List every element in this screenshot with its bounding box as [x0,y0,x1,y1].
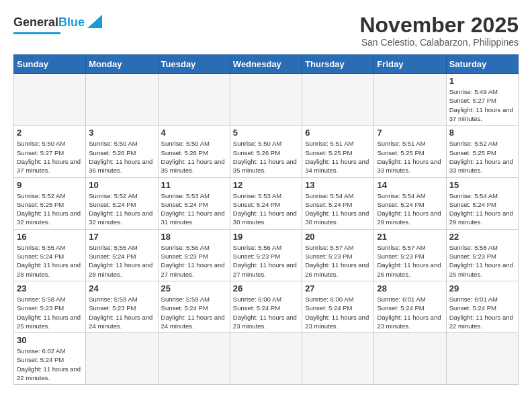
day-number: 19 [233,232,299,242]
day-info: Sunrise: 5:54 AMSunset: 5:24 PMDaylight:… [305,191,371,227]
day-number: 8 [449,128,515,138]
calendar-day-cell [230,333,302,385]
day-number: 6 [305,128,371,138]
calendar-day-cell [86,74,158,126]
day-info: Sunrise: 5:52 AMSunset: 5:24 PMDaylight:… [89,191,154,227]
day-info: Sunrise: 5:58 AMSunset: 5:23 PMDaylight:… [17,295,83,330]
day-number: 27 [305,283,371,293]
weekday-header: Saturday [446,55,518,74]
calendar-day-cell [302,333,374,385]
day-info: Sunrise: 5:50 AMSunset: 5:26 PMDaylight:… [233,139,299,175]
day-info: Sunrise: 5:59 AMSunset: 5:24 PMDaylight:… [161,295,227,330]
day-info: Sunrise: 5:52 AMSunset: 5:25 PMDaylight:… [449,139,515,175]
day-info: Sunrise: 6:01 AMSunset: 5:24 PMDaylight:… [377,295,443,330]
day-number: 4 [161,128,227,138]
calendar-week-row: 16Sunrise: 5:55 AMSunset: 5:24 PMDayligh… [14,229,519,281]
calendar-day-cell: 29Sunrise: 6:01 AMSunset: 5:24 PMDayligh… [446,281,518,332]
calendar-day-cell: 30Sunrise: 6:02 AMSunset: 5:24 PMDayligh… [14,333,86,385]
calendar-day-cell: 13Sunrise: 5:54 AMSunset: 5:24 PMDayligh… [302,177,374,229]
day-info: Sunrise: 5:52 AMSunset: 5:25 PMDaylight:… [17,191,83,227]
day-number: 30 [17,335,83,345]
day-number: 20 [305,232,371,242]
calendar-day-cell [230,74,302,126]
calendar-day-cell: 7Sunrise: 5:51 AMSunset: 5:25 PMDaylight… [374,126,446,177]
calendar-week-row: 2Sunrise: 5:50 AMSunset: 5:27 PMDaylight… [14,126,519,177]
calendar-day-cell: 19Sunrise: 5:56 AMSunset: 5:23 PMDayligh… [230,229,302,281]
calendar-day-cell: 28Sunrise: 6:01 AMSunset: 5:24 PMDayligh… [374,281,446,332]
weekday-header: Wednesday [230,55,302,74]
calendar-day-cell [374,333,446,385]
weekday-header: Friday [374,55,446,74]
calendar-day-cell [14,74,86,126]
day-number: 11 [161,180,227,190]
logo: GeneralBlue [13,13,102,34]
calendar-day-cell: 10Sunrise: 5:52 AMSunset: 5:24 PMDayligh… [86,177,158,229]
day-number: 15 [449,180,515,190]
day-number: 5 [233,128,299,138]
svg-marker-0 [87,15,102,28]
day-info: Sunrise: 5:57 AMSunset: 5:23 PMDaylight:… [305,243,371,279]
day-info: Sunrise: 5:58 AMSunset: 5:23 PMDaylight:… [449,243,515,279]
logo-icon [87,15,102,28]
calendar-day-cell: 12Sunrise: 5:53 AMSunset: 5:24 PMDayligh… [230,177,302,229]
calendar-day-cell: 8Sunrise: 5:52 AMSunset: 5:25 PMDaylight… [446,126,518,177]
calendar-day-cell [446,333,518,385]
day-info: Sunrise: 6:00 AMSunset: 5:24 PMDaylight:… [305,295,371,330]
day-number: 17 [89,232,154,242]
day-info: Sunrise: 5:55 AMSunset: 5:24 PMDaylight:… [89,243,154,279]
calendar-day-cell: 5Sunrise: 5:50 AMSunset: 5:26 PMDaylight… [230,126,302,177]
day-info: Sunrise: 5:51 AMSunset: 5:25 PMDaylight:… [305,139,371,175]
calendar-week-row: 23Sunrise: 5:58 AMSunset: 5:23 PMDayligh… [14,281,519,332]
day-number: 2 [17,128,83,138]
calendar-day-cell: 3Sunrise: 5:50 AMSunset: 5:26 PMDaylight… [86,126,158,177]
calendar-day-cell: 6Sunrise: 5:51 AMSunset: 5:25 PMDaylight… [302,126,374,177]
day-number: 21 [377,232,443,242]
calendar-day-cell: 22Sunrise: 5:58 AMSunset: 5:23 PMDayligh… [446,229,518,281]
calendar-day-cell: 24Sunrise: 5:59 AMSunset: 5:23 PMDayligh… [86,281,158,332]
day-info: Sunrise: 6:00 AMSunset: 5:24 PMDaylight:… [233,295,299,330]
location-subtitle: San Celestio, Calabarzon, Philippines [359,37,519,48]
day-info: Sunrise: 5:51 AMSunset: 5:25 PMDaylight:… [377,139,443,175]
day-info: Sunrise: 5:49 AMSunset: 5:27 PMDaylight:… [449,87,515,123]
calendar-day-cell: 4Sunrise: 5:50 AMSunset: 5:26 PMDaylight… [158,126,230,177]
calendar-day-cell: 15Sunrise: 5:54 AMSunset: 5:24 PMDayligh… [446,177,518,229]
day-info: Sunrise: 5:50 AMSunset: 5:27 PMDaylight:… [17,139,83,175]
weekday-header: Tuesday [158,55,230,74]
day-number: 25 [161,283,227,293]
calendar-header-row: SundayMondayTuesdayWednesdayThursdayFrid… [14,55,519,74]
day-number: 12 [233,180,299,190]
page-header: GeneralBlue November 2025 San Celestio, … [13,13,519,48]
day-number: 3 [89,128,154,138]
calendar-day-cell: 18Sunrise: 5:56 AMSunset: 5:23 PMDayligh… [158,229,230,281]
day-number: 7 [377,128,443,138]
day-number: 24 [89,283,154,293]
day-number: 16 [17,232,83,242]
day-number: 26 [233,283,299,293]
day-info: Sunrise: 5:50 AMSunset: 5:26 PMDaylight:… [89,139,154,175]
day-info: Sunrise: 5:56 AMSunset: 5:23 PMDaylight:… [233,243,299,279]
day-number: 13 [305,180,371,190]
calendar-day-cell: 11Sunrise: 5:53 AMSunset: 5:24 PMDayligh… [158,177,230,229]
calendar-day-cell [86,333,158,385]
logo-underline [13,32,60,34]
weekday-header: Sunday [14,55,86,74]
calendar-table: SundayMondayTuesdayWednesdayThursdayFrid… [13,54,519,385]
calendar-day-cell: 16Sunrise: 5:55 AMSunset: 5:24 PMDayligh… [14,229,86,281]
day-info: Sunrise: 5:57 AMSunset: 5:23 PMDaylight:… [377,243,443,279]
calendar-day-cell [374,74,446,126]
day-number: 1 [449,76,515,86]
day-number: 18 [161,232,227,242]
calendar-day-cell: 26Sunrise: 6:00 AMSunset: 5:24 PMDayligh… [230,281,302,332]
day-number: 14 [377,180,443,190]
calendar-week-row: 9Sunrise: 5:52 AMSunset: 5:25 PMDaylight… [14,177,519,229]
day-info: Sunrise: 6:02 AMSunset: 5:24 PMDaylight:… [17,347,83,382]
logo-text: GeneralBlue [13,16,85,28]
day-number: 10 [89,180,154,190]
day-info: Sunrise: 5:56 AMSunset: 5:23 PMDaylight:… [161,243,227,279]
day-info: Sunrise: 5:50 AMSunset: 5:26 PMDaylight:… [161,139,227,175]
calendar-day-cell: 1Sunrise: 5:49 AMSunset: 5:27 PMDaylight… [446,74,518,126]
calendar-week-row: 1Sunrise: 5:49 AMSunset: 5:27 PMDaylight… [14,74,519,126]
calendar-day-cell: 9Sunrise: 5:52 AMSunset: 5:25 PMDaylight… [14,177,86,229]
day-number: 9 [17,180,83,190]
title-block: November 2025 San Celestio, Calabarzon, … [359,13,519,48]
